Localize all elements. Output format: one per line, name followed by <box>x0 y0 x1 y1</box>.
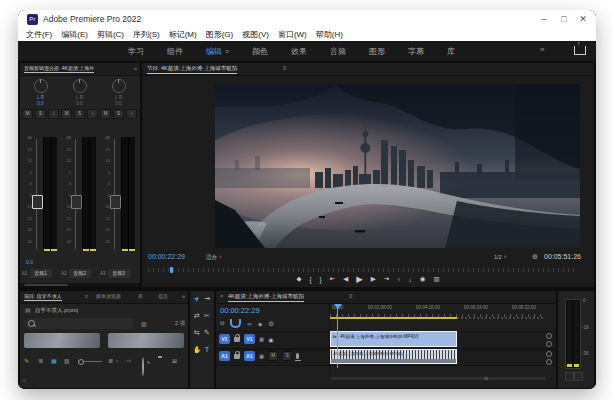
solo-button[interactable]: S <box>74 109 85 119</box>
pan-value[interactable]: 0.0 <box>100 101 137 106</box>
menu-markers[interactable]: 标记(M) <box>169 29 197 40</box>
pen-tool[interactable]: ✎ <box>204 329 210 337</box>
automate-to-sequence-icon[interactable]: ⇉ <box>126 357 131 364</box>
menu-graphics[interactable]: 图形(G) <box>206 29 234 40</box>
program-current-timecode[interactable]: 00:00:22:29 <box>148 253 185 260</box>
workspace-tab-effects[interactable]: 效果 <box>291 46 307 57</box>
menu-view[interactable]: 视图(V) <box>242 29 269 40</box>
audio-clip[interactable]: 4K超清:上海外滩-上海城市航拍.MP4[A] <box>330 349 457 364</box>
play-button[interactable]: ▶ <box>356 274 363 284</box>
track-scroll-handle[interactable] <box>546 359 552 365</box>
video-preview[interactable] <box>215 84 580 248</box>
menu-clip[interactable]: 剪辑(C) <box>97 29 124 40</box>
track-scroll-handle[interactable] <box>546 333 552 339</box>
keyframe-button[interactable]: ○ <box>48 109 59 119</box>
scrollbar-center-dot[interactable]: ⊙ <box>484 375 488 381</box>
fit-dropdown[interactable]: 适合˅ <box>206 254 222 261</box>
timeline-ruler[interactable]: 00:00 00:02:08:00 00:04:16:00 00:06:24:0… <box>330 304 544 317</box>
breadcrumb[interactable]: 自学不求人.prproj <box>35 307 78 314</box>
freeform-view-icon[interactable]: ▧ <box>64 357 70 364</box>
fader-handle[interactable] <box>32 195 43 209</box>
pan-knob[interactable] <box>34 79 48 93</box>
extract-button[interactable]: ↓ <box>408 276 411 283</box>
solo-right-button[interactable] <box>574 372 583 381</box>
add-marker-button[interactable]: ◆ <box>296 275 301 283</box>
hand-tool[interactable]: ✋ <box>193 346 202 354</box>
program-monitor-tab[interactable]: 节目: 4K超清:上海外滩-上海城市航拍 <box>147 65 237 74</box>
track-select-forward-tool[interactable]: ⇥ <box>204 295 210 303</box>
program-scrubber[interactable] <box>148 268 578 272</box>
solo-button[interactable]: S <box>113 109 124 119</box>
solo-button[interactable]: S <box>35 109 46 119</box>
linked-selection-icon[interactable]: ∞ <box>247 320 252 327</box>
sync-lock-icon[interactable]: ▣ <box>259 336 264 342</box>
step-forward-button[interactable]: ▶ <box>371 275 376 283</box>
workspace-tab-color[interactable]: 颜色 <box>252 46 268 57</box>
workspace-tab-editing[interactable]: 编辑 <box>206 46 222 57</box>
workspace-tab-assembly[interactable]: 组件 <box>167 46 183 57</box>
pan-value[interactable]: 0.0 <box>61 101 98 106</box>
mute-button[interactable]: M <box>61 109 72 119</box>
comparison-view-button[interactable]: ▥ <box>433 275 439 283</box>
menu-sequence[interactable]: 序列(S) <box>133 29 160 40</box>
mute-button[interactable]: M <box>100 109 111 119</box>
maximize-button[interactable]: □ <box>556 12 572 26</box>
fader-handle[interactable] <box>71 195 82 209</box>
workspace-tab-menu-icon[interactable]: ≡ <box>225 48 229 55</box>
go-to-out-button[interactable]: ⇥ <box>384 275 389 283</box>
mixer-scrollbar[interactable] <box>20 283 140 287</box>
mixer-tab[interactable]: 音频剪辑混合器: 4K超清:上海外 <box>24 65 94 73</box>
quick-export-icon[interactable] <box>574 46 586 55</box>
workspace-tab-libraries[interactable]: 库 <box>447 46 455 57</box>
nest-toggle-icon[interactable]: ⧉ <box>220 320 224 327</box>
zoom-slider-handle[interactable] <box>78 359 84 365</box>
project-tab[interactable]: 项目: 自学不求人 <box>24 293 62 301</box>
work-area-bar[interactable] <box>330 317 457 319</box>
video-clip[interactable]: fx 4K超清:上海外滩-上海城市航拍.MP4[V] <box>330 331 457 347</box>
go-to-in-button[interactable]: ⇤ <box>330 275 335 283</box>
keyframe-button[interactable]: ○ <box>87 109 98 119</box>
search-input[interactable] <box>24 318 134 329</box>
timeline-tab-close-icon[interactable]: × <box>220 293 223 299</box>
mixer-overflow-icon[interactable]: » <box>134 65 137 71</box>
volume-readout[interactable]: 0.0 <box>26 259 33 265</box>
workspace-tab-learning[interactable]: 学习 <box>128 46 144 57</box>
playback-resolution-dropdown[interactable]: 1/2˅ <box>494 254 507 260</box>
track-solo-button[interactable]: S <box>282 351 292 361</box>
track-scroll-handle[interactable] <box>546 351 552 357</box>
mark-out-button[interactable]: } <box>320 276 322 283</box>
writable-indicator-icon[interactable]: ✎ <box>24 357 29 364</box>
timeline-scrollbar[interactable]: ⊙ <box>330 377 546 380</box>
lock-icon[interactable] <box>234 354 240 359</box>
track-mute-button[interactable]: M <box>268 351 278 361</box>
export-frame-button[interactable]: ◉ <box>420 275 426 283</box>
lock-icon[interactable] <box>234 337 240 342</box>
sort-icons-icon[interactable]: ≣ <box>108 357 113 364</box>
slip-tool[interactable]: ⇆ <box>194 329 200 337</box>
pan-knob[interactable] <box>73 79 87 93</box>
source-patch-a1[interactable]: A1 <box>219 351 230 361</box>
ripple-edit-tool[interactable]: ⇄ <box>194 312 200 320</box>
search-filter-icon[interactable]: ▥ <box>141 320 147 327</box>
libraries-tab[interactable]: 库 <box>138 293 143 299</box>
workspace-tab-captions[interactable]: 字幕 <box>408 46 424 57</box>
menu-file[interactable]: 文件(F) <box>26 29 52 40</box>
monitor-settings-icon[interactable]: ⚙ <box>532 253 538 261</box>
fader-handle[interactable] <box>110 195 121 209</box>
type-tool[interactable]: T <box>205 346 209 354</box>
voiceover-record-mic-icon[interactable] <box>296 353 299 359</box>
timeline-timecode[interactable]: 00:00:22:29 <box>220 306 260 315</box>
selection-tool[interactable]: ➤ <box>192 294 202 304</box>
workspace-tab-audio[interactable]: 音频 <box>330 46 346 57</box>
project-item-thumbnail-1[interactable] <box>24 333 100 348</box>
timeline-panel-menu-icon[interactable]: ≡ <box>349 293 353 299</box>
workspace-overflow-icon[interactable]: » <box>540 45 544 54</box>
project-overflow-icon[interactable]: » <box>182 293 185 299</box>
project-scrollbar-handle[interactable]: ⊙ <box>22 377 26 383</box>
info-tab[interactable]: 信息 <box>158 293 168 299</box>
menu-window[interactable]: 窗口(W) <box>278 29 307 40</box>
mute-button[interactable]: M <box>22 109 33 119</box>
source-patch-v1[interactable]: V1 <box>219 334 230 344</box>
keyframe-button[interactable]: ○ <box>126 109 137 119</box>
workspace-tab-graphics[interactable]: 图形 <box>369 46 385 57</box>
